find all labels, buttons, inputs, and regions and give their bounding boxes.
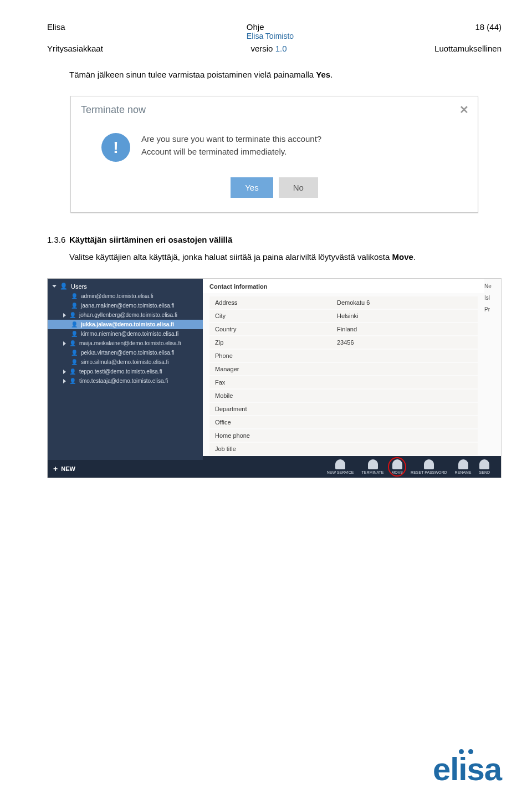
field-label: Home phone: [209, 429, 331, 442]
main-panel: Contact information AddressDemokatu 6Cit…: [203, 279, 501, 478]
field-row: CountryFinland: [209, 323, 478, 335]
rename-button[interactable]: RENAME: [454, 459, 473, 474]
reset-password-icon: [424, 459, 434, 469]
sidebar-item-user[interactable]: 👤timo.testaaja@demo.toimisto.elisa.fi: [48, 376, 203, 386]
page-number: 18 (44): [475, 22, 502, 32]
field-value[interactable]: [331, 353, 478, 359]
field-label: Phone: [209, 350, 331, 362]
company-name: Elisa: [47, 22, 65, 32]
plus-icon: +: [53, 464, 58, 473]
user-icon: 👤: [71, 303, 78, 309]
field-value[interactable]: [331, 406, 478, 412]
audience: Yritysasiakkaat: [47, 44, 103, 53]
sidebar-item-user[interactable]: 👤jukka.jalava@demo.toimisto.elisa.fi: [48, 320, 203, 329]
send-button[interactable]: SEND: [478, 459, 491, 474]
no-button[interactable]: No: [279, 177, 318, 198]
user-icon: 👤: [69, 312, 76, 318]
field-value[interactable]: Demokatu 6: [331, 296, 478, 309]
field-value[interactable]: [331, 446, 478, 452]
field-row: CityHelsinki: [209, 310, 478, 322]
sidebar-item-user[interactable]: 👤simo.silmula@demo.toimisto.elisa.fi: [48, 357, 203, 367]
terminate-button[interactable]: TERMINATE: [361, 459, 385, 474]
new-service-button[interactable]: NEW SERVICE: [326, 459, 355, 474]
chevron-right-icon: [63, 370, 66, 374]
sidebar-item-user[interactable]: 👤pekka.virtanen@demo.toimisto.elisa.fi: [48, 348, 203, 357]
send-icon: [479, 459, 489, 469]
user-icon: 👤: [71, 331, 78, 337]
close-icon[interactable]: ✕: [459, 103, 469, 116]
product-name: Elisa Toimisto: [247, 32, 294, 40]
yes-button[interactable]: Yes: [231, 177, 273, 198]
field-value[interactable]: Helsinki: [331, 310, 478, 322]
user-icon: 👤: [71, 359, 78, 365]
new-button[interactable]: + NEW: [48, 460, 203, 478]
field-label: Office: [209, 416, 331, 428]
right-col-item: Isl: [484, 295, 499, 301]
field-label: Address: [209, 296, 331, 309]
sidebar-item-label: teppo.testi@demo.toimisto.elisa.fi: [79, 368, 162, 375]
field-value[interactable]: Finland: [331, 323, 478, 335]
field-value[interactable]: [331, 380, 478, 385]
terminate-modal: Terminate now ✕ ! Are you sure you want …: [70, 96, 478, 213]
sidebar-item-user[interactable]: 👤kimmo.nieminen@demo.toimisto.elisa.fi: [48, 329, 203, 339]
toolbar-label: RESET PASSWORD: [411, 470, 447, 474]
bottom-toolbar: NEW SERVICETERMINATEMOVERESET PASSWORDRE…: [203, 456, 501, 478]
field-row: Phone: [209, 350, 478, 362]
chevron-right-icon: [63, 379, 66, 383]
move-icon: [392, 459, 402, 469]
field-value[interactable]: [331, 393, 478, 398]
sidebar-item-label: simo.silmula@demo.toimisto.elisa.fi: [81, 359, 169, 365]
toolbar-label: TERMINATE: [362, 470, 384, 474]
field-row: Office: [209, 416, 478, 428]
user-icon: 👤: [71, 350, 78, 356]
field-row: Fax: [209, 376, 478, 388]
section-body: Valitse käyttäjien alta käyttäjä, jonka …: [69, 252, 502, 262]
chevron-right-icon: [63, 313, 66, 317]
field-label: Fax: [209, 376, 331, 388]
field-value[interactable]: [331, 366, 478, 372]
sidebar-item-label: kimmo.nieminen@demo.toimisto.elisa.fi: [81, 331, 178, 337]
user-icon: 👤: [71, 321, 78, 327]
toolbar-label: RENAME: [455, 470, 472, 474]
rename-icon: [458, 459, 468, 469]
user-icon: 👤: [60, 283, 68, 290]
field-value[interactable]: [331, 419, 478, 425]
user-icon: 👤: [69, 340, 76, 346]
sidebar-item-user[interactable]: 👤maija.meikalainen@demo.toimisto.elisa.f…: [48, 339, 203, 348]
new-service-icon: [335, 459, 345, 469]
intro-paragraph: Tämän jälkeen sinun tulee varmistaa pois…: [69, 70, 502, 79]
sidebar-item-user[interactable]: 👤admin@demo.toimisto.elisa.fi: [48, 291, 203, 301]
doc-type: Ohje: [247, 22, 294, 32]
info-icon: !: [101, 133, 130, 162]
right-col-item: Ne: [484, 283, 499, 289]
field-row: AddressDemokatu 6: [209, 296, 478, 309]
chevron-down-icon: [52, 285, 57, 288]
confidential-label: Luottamuksellinen: [434, 44, 502, 53]
sidebar-item-user[interactable]: 👤teppo.testi@demo.toimisto.elisa.fi: [48, 367, 203, 376]
modal-message: Are you sure you want to terminate this …: [141, 133, 321, 158]
field-label: Mobile: [209, 390, 331, 402]
elisa-logo: elisa: [433, 750, 502, 787]
move-button[interactable]: MOVE: [390, 459, 404, 474]
toolbar-label: MOVE: [391, 470, 403, 474]
field-value[interactable]: [331, 433, 478, 438]
field-row: Zip23456: [209, 336, 478, 349]
field-label: Zip: [209, 336, 331, 349]
sidebar-item-label: pekka.virtanen@demo.toimisto.elisa.fi: [81, 350, 175, 356]
user-icon: 👤: [69, 368, 76, 375]
toolbar-label: NEW SERVICE: [327, 470, 354, 474]
field-row: Home phone: [209, 429, 478, 442]
field-label: City: [209, 310, 331, 322]
field-label: Manager: [209, 363, 331, 375]
field-label: Department: [209, 403, 331, 415]
sidebar-root-users[interactable]: 👤 Users: [48, 281, 203, 291]
sidebar-item-label: admin@demo.toimisto.elisa.fi: [81, 293, 154, 299]
version: versio 1.0: [250, 44, 287, 53]
sidebar-item-user[interactable]: 👤jaana.makinen@demo.toimisto.elisa.fi: [48, 301, 203, 310]
field-value[interactable]: 23456: [331, 336, 478, 349]
reset-password-button[interactable]: RESET PASSWORD: [410, 459, 448, 474]
sidebar-item-label: timo.testaaja@demo.toimisto.elisa.fi: [79, 378, 168, 384]
sidebar-item-user[interactable]: 👤johan.gyllenberg@demo.toimisto.elisa.fi: [48, 310, 203, 320]
sidebar-item-label: jaana.makinen@demo.toimisto.elisa.fi: [81, 303, 175, 309]
section-heading: 1.3.6Käyttäjän siirtäminen eri osastojen…: [47, 235, 502, 244]
